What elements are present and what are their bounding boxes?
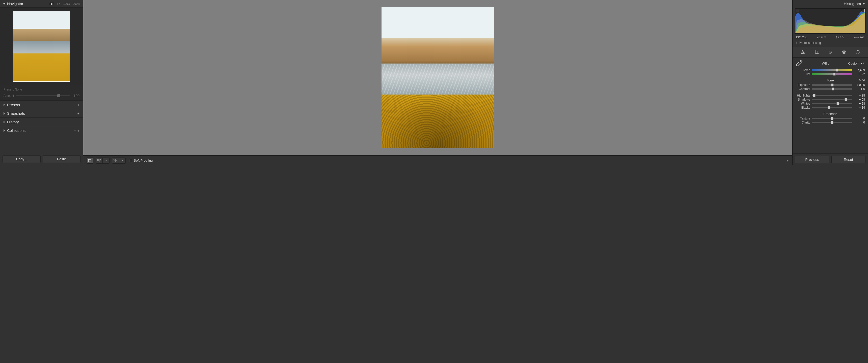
loupe-view-button[interactable]	[87, 158, 93, 163]
texture-label: Texture	[796, 117, 810, 120]
wb-eyedropper-icon[interactable]	[796, 60, 803, 67]
tone-label: Tone	[827, 78, 834, 82]
masking-icon[interactable]	[855, 50, 861, 55]
clarity-value[interactable]: 0	[854, 121, 865, 124]
clarity-slider[interactable]	[812, 122, 852, 123]
zoom-updown-icon[interactable]: ▲▼	[56, 2, 61, 5]
healing-icon[interactable]	[827, 50, 833, 55]
collections-label: Collections	[7, 128, 26, 133]
navigator-thumbnail[interactable]	[13, 11, 70, 82]
previous-button[interactable]: Previous	[795, 156, 829, 163]
add-icon[interactable]: +	[78, 129, 80, 133]
exposure-value[interactable]: + 0.05	[854, 83, 865, 87]
auto-tone-button[interactable]: Auto	[859, 78, 865, 82]
before-after-yy-button[interactable]: Y|Y	[112, 158, 119, 163]
tone-section-title: ToneAuto	[796, 78, 865, 82]
texture-slider[interactable]	[812, 118, 852, 119]
exposure-label: Exposure	[796, 83, 810, 87]
temp-value[interactable]: 7,489	[854, 68, 865, 72]
shadows-label: Shadows	[796, 98, 810, 101]
shadows-value[interactable]: + 68	[854, 98, 865, 101]
navigator-preview[interactable]	[0, 7, 83, 85]
soft-proofing-checkbox[interactable]	[129, 159, 132, 162]
chevron-right-icon	[3, 104, 5, 106]
photo-missing-label: Photo is missing	[799, 41, 821, 45]
blacks-value[interactable]: − 14	[854, 106, 865, 109]
add-icon[interactable]: +	[78, 111, 80, 116]
right-footer: Previous Reset	[793, 154, 868, 165]
texture-value[interactable]: 0	[854, 117, 865, 120]
shadow-clipping-icon[interactable]	[796, 9, 799, 12]
blacks-label: Blacks	[796, 106, 810, 109]
reset-button[interactable]: Reset	[831, 156, 866, 163]
histogram-title: Histogram	[844, 1, 861, 6]
copy-button[interactable]: Copy...	[2, 155, 41, 163]
before-after-yy-dropdown[interactable]: ▾	[119, 158, 125, 163]
crop-icon[interactable]	[814, 50, 819, 55]
svg-point-9	[843, 52, 844, 53]
exif-iso: ISO 200	[796, 36, 807, 39]
history-label: History	[7, 120, 19, 124]
navigator-disclosure-icon[interactable]	[3, 3, 5, 4]
updown-icon: ▲▼	[861, 62, 865, 65]
highlights-label: Highlights	[796, 94, 810, 97]
add-icon[interactable]: +	[78, 103, 80, 107]
view-mode-group	[86, 158, 93, 164]
exif-aperture: ƒ / 4.5	[836, 36, 844, 39]
chevron-right-icon	[3, 112, 5, 115]
before-after-dropdown[interactable]: ▾	[103, 158, 109, 163]
collections-row[interactable]: Collections −+	[0, 126, 83, 135]
zoom-fit[interactable]: FIT	[50, 2, 54, 5]
canvas-area[interactable]	[83, 0, 792, 155]
whites-slider[interactable]	[812, 103, 852, 104]
blacks-slider[interactable]	[812, 107, 852, 108]
histogram-disclosure-icon[interactable]	[863, 3, 865, 4]
left-footer: Copy... Paste	[0, 153, 83, 165]
preset-label: Preset : None	[3, 88, 80, 91]
exif-row: ISO 200 28 mm ƒ / 4.5 ¹⁄₄₀₀ sec	[793, 35, 868, 40]
exposure-slider[interactable]	[812, 84, 852, 86]
temp-slider[interactable]	[812, 69, 852, 71]
exif-focal: 28 mm	[817, 36, 826, 39]
shadows-slider[interactable]	[812, 99, 852, 100]
chevron-right-icon	[3, 129, 5, 132]
remove-icon[interactable]: −	[74, 129, 76, 133]
wb-label: WB :	[805, 62, 846, 65]
highlights-value[interactable]: − 88	[854, 94, 865, 97]
histogram-header: Histogram	[793, 0, 868, 7]
contrast-label: Contrast	[796, 87, 810, 91]
svg-point-10	[856, 51, 859, 54]
center-area: R|A ▾ Y|Y ▾ Soft Proofing ▼	[83, 0, 792, 165]
soft-proofing-toggle[interactable]: Soft Proofing	[129, 159, 153, 162]
paste-button[interactable]: Paste	[43, 155, 81, 163]
tint-label: Tint	[796, 72, 810, 76]
wb-dropdown[interactable]: Custom ▲▼	[848, 62, 865, 65]
highlight-clipping-icon[interactable]	[862, 9, 865, 12]
whites-value[interactable]: + 28	[854, 102, 865, 105]
contrast-value[interactable]: + 5	[854, 87, 865, 91]
redeye-icon[interactable]	[841, 50, 847, 55]
wb-value: Custom	[848, 62, 860, 65]
preset-amount-block: Preset : None Amount 100	[0, 85, 83, 100]
navigator-header: Navigator FIT ▲▼ 100% 200%	[0, 0, 83, 7]
zoom-levels: FIT ▲▼ 100% 200%	[50, 2, 80, 5]
main-photo[interactable]	[381, 7, 494, 148]
chevron-right-icon	[3, 121, 5, 123]
exif-shutter: ¹⁄₄₀₀ sec	[854, 36, 865, 39]
tint-value[interactable]: + 22	[854, 72, 865, 76]
contrast-slider[interactable]	[812, 88, 852, 90]
edit-sliders-icon[interactable]	[800, 50, 806, 55]
snapshots-row[interactable]: Snapshots +	[0, 109, 83, 118]
before-after-ra-button[interactable]: R|A	[96, 158, 103, 163]
amount-slider[interactable]	[16, 95, 70, 96]
zoom-100[interactable]: 100%	[63, 2, 70, 5]
toolbar-menu-icon[interactable]: ▼	[786, 159, 789, 162]
presets-row[interactable]: Presets +	[0, 100, 83, 109]
highlights-slider[interactable]	[812, 95, 852, 96]
zoom-200[interactable]: 200%	[73, 2, 80, 5]
histogram-display[interactable]	[795, 8, 866, 34]
tint-slider[interactable]	[812, 73, 852, 75]
history-row[interactable]: History	[0, 118, 83, 126]
snapshots-label: Snapshots	[7, 111, 25, 116]
tool-strip	[793, 47, 868, 58]
